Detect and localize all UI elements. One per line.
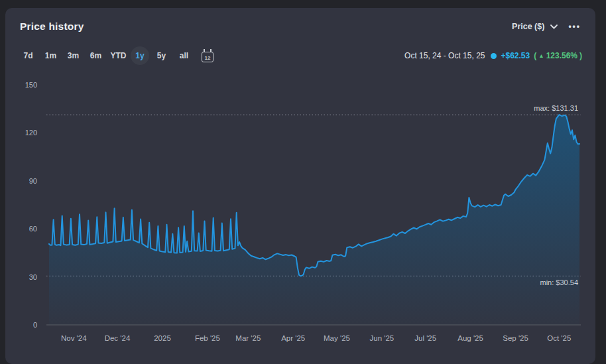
change-value: +$62.53	[501, 51, 530, 60]
y-axis-label: 0	[33, 321, 37, 329]
percent-open: (	[534, 51, 536, 60]
x-axis-label: Feb '25	[195, 334, 220, 342]
x-axis-label: Mar '25	[235, 334, 261, 342]
range-button-6m[interactable]: 6m	[86, 46, 106, 65]
x-axis-label: 2025	[154, 334, 171, 342]
x-axis-label: Jul '25	[414, 334, 436, 342]
x-axis-label: Dec '24	[105, 334, 131, 342]
series-dot-icon	[491, 53, 497, 59]
percent-close: )	[579, 51, 582, 60]
x-axis-label: Jun '25	[370, 334, 394, 342]
range-button-5y[interactable]: 5y	[151, 46, 172, 65]
x-axis-label: Nov '24	[61, 334, 87, 342]
triangle-up-icon: ▲	[538, 52, 544, 58]
x-axis-label: Oct '25	[547, 334, 571, 342]
y-axis-label: 120	[25, 129, 37, 137]
page-title: Price history	[20, 21, 84, 32]
x-axis-label: Sep '25	[503, 334, 528, 342]
y-axis-label: 150	[25, 81, 37, 89]
change-percent: ( ▲ 123.56% )	[534, 51, 582, 60]
y-axis-label: 30	[29, 273, 37, 281]
ellipsis-icon: •••	[568, 22, 581, 31]
percent-value: 123.56%	[546, 51, 577, 60]
max-label: max: $131.31	[534, 104, 578, 112]
calendar-icon: 12	[202, 52, 213, 62]
range-toolbar: 7d 1m 3m 6m YTD 1y 5y all 12	[18, 46, 213, 65]
metric-dropdown-label: Price ($)	[512, 22, 544, 31]
x-axis-label: Aug '25	[457, 334, 483, 342]
range-button-7d[interactable]: 7d	[18, 46, 38, 65]
chart-area-fill	[49, 115, 579, 325]
range-button-1m[interactable]: 1m	[40, 46, 61, 65]
header-actions: Price ($) •••	[512, 22, 581, 31]
date-range-label: Oct 15, 24 - Oct 15, 25	[404, 51, 485, 60]
x-axis-label: Apr '25	[281, 334, 305, 342]
more-menu-button[interactable]: •••	[568, 23, 581, 30]
range-button-3m[interactable]: 3m	[63, 46, 84, 65]
x-axis-label: May '25	[324, 334, 350, 342]
min-label: min: $30.54	[540, 278, 578, 286]
chevron-down-icon	[550, 25, 558, 29]
custom-date-button[interactable]: 12	[202, 50, 213, 62]
metric-dropdown[interactable]: Price ($)	[512, 22, 558, 31]
range-button-1y[interactable]: 1y	[131, 46, 149, 65]
y-axis-label: 60	[29, 225, 37, 233]
price-history-widget: 0306090120150Nov '24Dec '242025Feb '25Ma…	[0, 0, 606, 364]
range-button-ytd[interactable]: YTD	[108, 46, 129, 65]
y-axis-label: 90	[29, 177, 37, 185]
range-button-all[interactable]: all	[174, 46, 194, 65]
period-summary: Oct 15, 24 - Oct 15, 25 +$62.53 ( ▲ 123.…	[404, 51, 582, 60]
